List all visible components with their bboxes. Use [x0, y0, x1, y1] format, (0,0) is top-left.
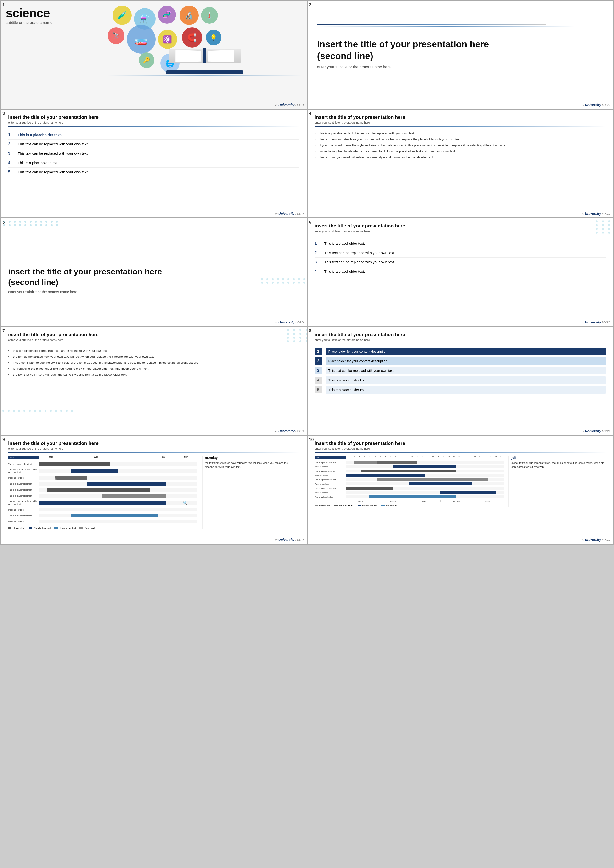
circle-8: 🧲	[182, 27, 202, 48]
slide-9: 9 insert the title of your presentation …	[1, 436, 307, 543]
legend-item: Placeholder	[79, 527, 97, 529]
circle-5: 🌡️	[201, 7, 218, 24]
gantt-row: This is a placeholder text	[315, 486, 504, 490]
legend-color	[315, 505, 318, 506]
list-item: 4 This is a placeholder text.	[315, 267, 606, 276]
dot	[56, 221, 58, 223]
slide-number-10: 10	[309, 437, 314, 442]
slide-number-8: 8	[309, 329, 312, 334]
dot	[299, 340, 301, 342]
slide2-logo: 𝌅 University LOGO	[581, 103, 610, 107]
gantt-row: Placeholder text.	[8, 519, 197, 524]
slide4-subtitle: enter your subtitle or the orators name …	[315, 121, 606, 124]
dot	[35, 221, 37, 223]
dot	[34, 410, 36, 412]
dot	[13, 410, 15, 412]
dot	[303, 278, 305, 280]
dot	[306, 337, 307, 339]
dot	[25, 221, 26, 223]
gantt-row: This is a placeholder text	[8, 487, 197, 492]
gantt-row: This is a placeholder text	[8, 461, 197, 467]
gantt-bar	[47, 488, 150, 492]
bullet-item: for replacing the placeholder text you n…	[8, 366, 299, 372]
slide-number-9: 9	[2, 437, 5, 442]
slide3-logo: 𝌅 University LOGO	[275, 212, 304, 216]
slide6-logo: 𝌅 University LOGO	[581, 320, 610, 324]
slide1-subtitle: subtitle or the orators name	[6, 20, 103, 25]
gantt-monthly-header: Task 1 2 3 4 5 6 7 8 9 10 11 12 1	[315, 456, 504, 460]
month-labels: Week 1 Week 2 Week 3 Week 4 Week 5	[315, 500, 504, 502]
slide5-logo: 𝌅 University LOGO	[275, 320, 304, 324]
slide-number-2: 2	[309, 2, 312, 8]
dot	[299, 333, 301, 335]
gantt-table: Task Mon Wen Sat Son This is a placehold…	[8, 456, 197, 529]
dot	[8, 410, 9, 412]
gantt-bar	[87, 482, 166, 486]
legend-color	[334, 505, 338, 506]
circle-center: 🧫	[127, 25, 156, 54]
slide9-title: insert the title of your presentation he…	[8, 441, 299, 446]
gantt-monthly-table: Task 1 2 3 4 5 6 7 8 9 10 11 12 1	[315, 456, 504, 507]
slide9-logo: 𝌅 University LOGO	[275, 538, 304, 542]
dot	[3, 224, 5, 226]
list-item: 4 This is a placeholder text	[315, 376, 606, 384]
dot	[287, 337, 289, 339]
legend-color	[381, 505, 385, 506]
gantt-row: Placeholder text. ☠	[8, 475, 197, 481]
slide-7: 7 insert the title of your presentation …	[1, 327, 307, 435]
dots-right-7	[285, 327, 307, 435]
dot	[602, 224, 604, 226]
dot	[602, 228, 604, 230]
dot	[60, 410, 62, 412]
circle-1: 🧪	[113, 6, 132, 25]
slide1-logo: 𝌅 University LOGO	[275, 103, 304, 107]
slide1-title: science	[6, 6, 103, 20]
gantt-row: Placeholder text.	[315, 474, 504, 477]
slide9-subtitle: enter your subtitle or the orators name …	[8, 447, 299, 450]
slide-number-6: 6	[309, 220, 312, 225]
slide5-subtitle: enter your subtitle or the orators name …	[8, 290, 299, 294]
legend-color	[54, 527, 58, 529]
legend-item: Placeholder text	[334, 504, 354, 507]
slide3-list: 1 This is a placeholder text. 2 This tex…	[8, 130, 299, 177]
dot	[14, 221, 16, 223]
list-item: 3 This text can be replaced with your ow…	[315, 367, 606, 374]
dot	[23, 410, 25, 412]
gantt-row: This is a placeholder text	[8, 513, 197, 519]
gantt-row: This is a placeholder text	[315, 478, 504, 481]
dot	[299, 329, 301, 331]
slide10-logo: 𝌅 University LOGO	[581, 538, 610, 542]
gantt-row: This is a placeholder text	[315, 460, 504, 464]
dot	[18, 410, 20, 412]
dot	[306, 333, 307, 335]
dot	[55, 410, 57, 412]
gantt-bar	[39, 501, 166, 505]
gantt-bar-img: ☠	[55, 476, 87, 480]
slide6-list: 1 This is a placeholder text. 2 This tex…	[315, 239, 606, 276]
slide8-title: insert the title of your presentation he…	[315, 332, 606, 337]
slide4-logo: 𝌅 University LOGO	[581, 212, 610, 216]
bullet-item: the text demonstrates how your own text …	[8, 354, 299, 360]
dots-right	[594, 218, 613, 326]
gantt-row: Placeholder text.	[315, 491, 504, 494]
dot	[596, 224, 598, 226]
dot	[50, 410, 52, 412]
slide-4: 4 insert the title of your presentation …	[308, 110, 613, 217]
dot	[71, 410, 73, 412]
slide3-subtitle: enter your subtitle or the orators name …	[8, 121, 299, 124]
dot	[306, 340, 307, 342]
slide9-content: Task Mon Wen Sat Son This is a placehold…	[8, 456, 299, 529]
slide6-title: insert the title of your presentation he…	[315, 223, 606, 229]
slide-1: 1 science subtitle or the orators name 🧪…	[1, 1, 307, 109]
bullet-item: if you don't want to use the style and s…	[8, 360, 299, 366]
circle-7: ⚛️	[158, 30, 177, 49]
list-item: 2 This text can be replaced with your ow…	[315, 248, 606, 258]
dot	[602, 220, 604, 222]
legend-color	[29, 527, 32, 529]
slide-number-3: 3	[2, 111, 5, 116]
dot	[39, 410, 41, 412]
gantt-legend: Placeholder Placeholder text Placeholder…	[8, 527, 197, 529]
gantt-description: the text demonstrates how your own text …	[205, 461, 299, 469]
dot	[29, 410, 31, 412]
dot	[287, 340, 289, 342]
